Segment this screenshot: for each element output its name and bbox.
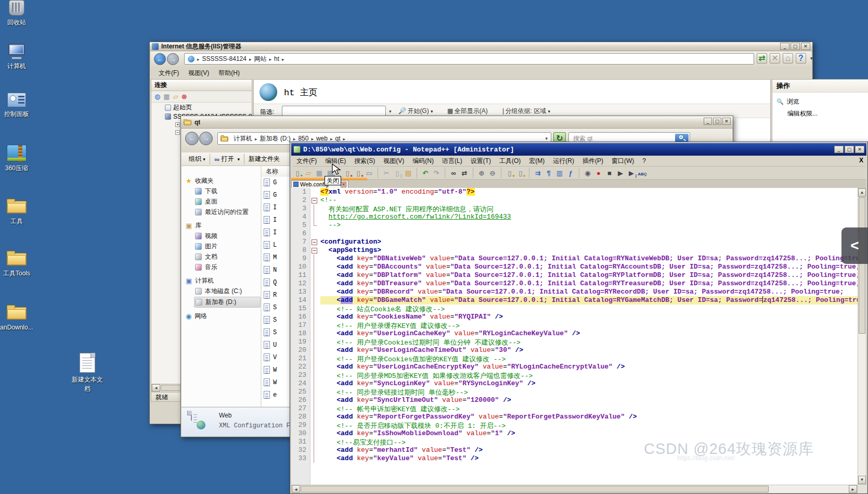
delete-icon[interactable]: ⊗ (182, 93, 187, 100)
forward-button[interactable]: → (167, 53, 179, 65)
menu-item[interactable]: 宏(M) (525, 156, 549, 167)
sidebar-item-桌面[interactable]: 桌面 (194, 197, 261, 207)
code-line-8[interactable]: <appSettings> (320, 246, 858, 255)
code-line-4[interactable]: http://go.microsoft.com/fwlink/?LinkId=1… (320, 213, 858, 221)
record-icon[interactable]: ● (594, 168, 603, 178)
fold-marker-icon[interactable] (310, 238, 318, 246)
minimize-button[interactable]: _ (780, 43, 789, 50)
open-file-icon[interactable]: ▱ (304, 168, 313, 178)
create-connection-icon[interactable]: ◍ (154, 93, 160, 100)
code-line-23[interactable]: <!-- 同步登录MD5加密KEY值 如果修改游戏客户端也需修改--> (320, 371, 858, 379)
breadcrumb-item[interactable]: SSSSSS-84124 (202, 55, 247, 62)
sidebar-item-新加卷 (D:)[interactable]: 新加卷 (D:) (194, 297, 261, 308)
code-line-5[interactable]: --> (320, 221, 858, 230)
sidebar-item-最近访问的位置[interactable]: 最近访问的位置 (194, 207, 261, 217)
iis-title-bar[interactable]: Internet 信息服务(IIS)管理器 _ □ ✕ (150, 42, 812, 51)
file-row[interactable]: V (264, 353, 277, 361)
close-all-icon[interactable]: ▯● (354, 168, 363, 178)
filter-show-all[interactable]: ▦ 全部显示(A) (447, 107, 488, 116)
print-icon[interactable]: ▭ (365, 168, 374, 178)
action-edit-permissions[interactable]: 编辑权限... (776, 108, 868, 120)
new-folder-icon[interactable]: ▱ (173, 93, 178, 100)
file-row[interactable]: e (264, 391, 277, 399)
code-line-22[interactable]: <add key="UserLoginCacheEncryptKey" valu… (320, 363, 858, 371)
open-menu[interactable]: 打开 ▾ (222, 155, 240, 163)
file-row[interactable]: G (264, 191, 277, 199)
action-browse[interactable]: 🔍浏览 (776, 96, 868, 108)
play-macro-icon[interactable]: ▯▸ (516, 168, 525, 178)
menu-item[interactable]: 视图(V) (379, 156, 408, 167)
filter-go[interactable]: 🔎 开始(G) ▾ (398, 107, 433, 116)
maximize-button[interactable]: □ (845, 146, 854, 153)
paste-icon[interactable]: ▤ (404, 168, 413, 178)
file-row[interactable]: S (264, 303, 277, 311)
sidebar-group-收藏夹[interactable]: ★收藏夹 (186, 176, 261, 185)
desktop-icon-8[interactable]: 新建文本文档 (71, 353, 104, 393)
fold-margin[interactable] (310, 188, 318, 485)
code-line-12[interactable]: <add key="DBTreasure" value="Data Source… (320, 280, 858, 288)
address-dropdown-icon[interactable]: ▾ (545, 136, 551, 141)
breadcrumb-item[interactable]: 计算机 (234, 135, 252, 142)
maximize-button[interactable]: □ (713, 118, 721, 125)
menu-item[interactable]: 语言(L) (438, 156, 467, 167)
sidebar-group-计算机[interactable]: ▣计算机 (186, 276, 261, 285)
desktop-icon-5[interactable]: 工具 (0, 199, 33, 225)
code-line-24[interactable]: <add key="SyncLoginKey" value="RYSyncLog… (320, 379, 858, 388)
sidebar-item-音乐[interactable]: 音乐 (194, 262, 261, 272)
play-icon[interactable]: ▶ (616, 168, 625, 178)
desktop-icon-6[interactable]: 工具Tools (0, 251, 33, 277)
code-line-19[interactable]: <!-- 用户登录Cookies过期时间 单位分钟 不建议修改--> (320, 338, 858, 346)
file-row[interactable]: R (264, 291, 277, 299)
code-line-18[interactable]: <add key="UserLoginCacheKey" value="RYLo… (320, 330, 858, 338)
desktop-icon-3[interactable]: 控制面板 (0, 93, 33, 118)
tree-expander-icon[interactable]: + (175, 122, 180, 127)
menu-item[interactable]: ? (638, 156, 650, 166)
breadcrumb-item[interactable]: 新加卷 (D:) (260, 135, 291, 142)
iis-address-bar[interactable]: ▸SSSSSS-84124▸网站▸ht▸ (184, 53, 754, 65)
stop-icon[interactable]: ■ (605, 168, 614, 178)
code-line-13[interactable]: <add key="DBRecord" value="Data Source=1… (320, 288, 858, 296)
save-connection-icon[interactable]: ▦ (163, 93, 170, 100)
menu-item[interactable]: 文件(F) (292, 156, 321, 167)
refresh-button[interactable]: ⇄ (757, 53, 767, 64)
tree-item[interactable]: 起始页 (151, 103, 252, 112)
code-line-20[interactable]: <add key="UserLoginCacheTimeOut" value="… (320, 346, 858, 354)
code-line-15[interactable]: <!-- 站点Cookie名 建议修改--> (320, 305, 858, 313)
fold-marker-icon[interactable] (310, 196, 318, 205)
code-line-3[interactable]: 有关如何配置 ASP.NET 应用程序的详细信息，请访问 (320, 205, 858, 213)
code-line-16[interactable]: <add key="CookiesName" value="RYQIPAI" /… (320, 313, 858, 321)
new-folder-button[interactable]: 新建文件夹 (249, 155, 280, 163)
minimize-button[interactable]: _ (834, 146, 844, 153)
redo-icon[interactable]: ↷ (432, 168, 441, 178)
sidebar-item-文档[interactable]: 文档 (194, 252, 261, 262)
copy-icon[interactable]: ▯▯ (393, 168, 402, 178)
zoom-in-icon[interactable]: ⊕ (477, 168, 486, 178)
close-button[interactable]: ✕ (801, 43, 810, 50)
desktop-icon-2[interactable]: 计算机 (0, 44, 33, 70)
slide-panel-chevron[interactable]: < (841, 227, 868, 264)
doc-map-icon[interactable]: ▥ (555, 168, 564, 178)
back-button[interactable]: ← (154, 53, 166, 65)
step-icon[interactable]: ▶| (627, 168, 636, 178)
menu-item[interactable]: 搜索(S) (350, 156, 379, 167)
code-line-6[interactable] (320, 230, 858, 238)
explorer-title-bar[interactable]: qt _ □ ✕ (181, 116, 733, 129)
file-row[interactable]: I (264, 229, 277, 236)
desktop-icon-7[interactable]: anDownlo... (0, 305, 33, 332)
menu-item[interactable]: 视图(V) (184, 68, 214, 79)
forward-button[interactable]: → (199, 132, 213, 145)
breadcrumb-item[interactable]: 网站 (254, 55, 266, 62)
record-macro-icon[interactable]: ▯● (505, 168, 514, 178)
stop-button[interactable]: ✕ (770, 53, 780, 64)
desktop-icon-1[interactable]: 回收站 (0, 0, 33, 27)
file-row[interactable]: G (264, 179, 277, 186)
menu-item[interactable]: 编码(N) (408, 156, 438, 167)
menu-item[interactable]: 窗口(W) (607, 156, 638, 167)
sidebar-item-本地磁盘 (C:)[interactable]: 本地磁盘 (C:) (194, 286, 261, 296)
fold-marker-icon[interactable] (310, 246, 318, 255)
file-row[interactable]: W (264, 366, 277, 374)
sidebar-group-网络[interactable]: ◉网络 (186, 312, 261, 321)
file-row[interactable]: Q (264, 278, 277, 286)
file-row[interactable]: U (264, 341, 277, 349)
mdi-close-icon[interactable]: X (859, 157, 863, 164)
